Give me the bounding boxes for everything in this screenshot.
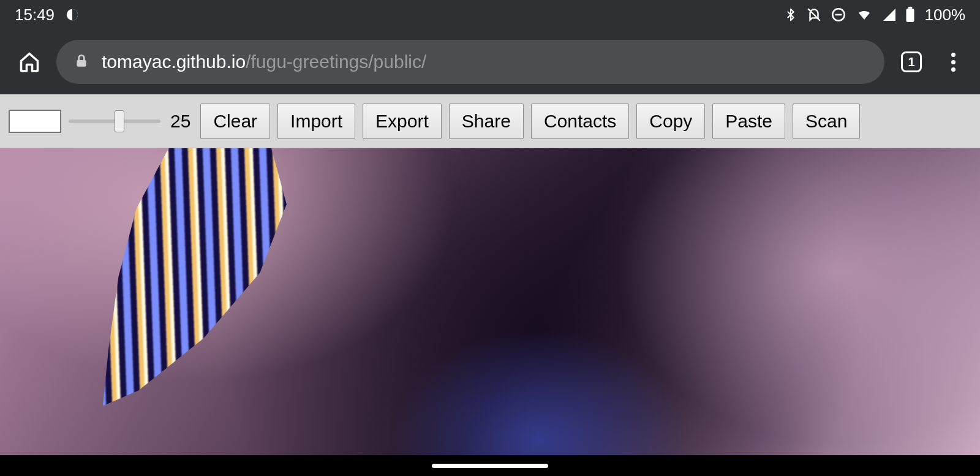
url-host: tomayac.github.io <box>102 51 246 72</box>
brush-size-value: 25 <box>170 111 190 132</box>
contacts-button[interactable]: Contacts <box>531 104 629 139</box>
lock-icon <box>74 51 89 72</box>
app-toolbar: 25 Clear Import Export Share Contacts Co… <box>0 94 980 148</box>
battery-icon <box>905 7 915 23</box>
svg-rect-6 <box>77 60 86 67</box>
cell-signal-icon <box>882 7 897 22</box>
svg-rect-5 <box>908 7 912 9</box>
clock-text: 15:49 <box>15 6 55 25</box>
gesture-handle[interactable] <box>432 464 548 468</box>
dnd-mute-icon <box>806 7 822 23</box>
drawing-canvas[interactable] <box>0 148 980 455</box>
canvas-image-content <box>36 148 332 448</box>
brush-size-slider[interactable] <box>69 113 160 130</box>
color-picker-swatch[interactable] <box>9 110 61 133</box>
battery-percent-text: 100% <box>925 6 966 25</box>
url-text: tomayac.github.io/fugu-greetings/public/ <box>102 51 426 72</box>
tab-switcher-button[interactable]: 1 <box>897 47 926 77</box>
chrome-toolbar: tomayac.github.io/fugu-greetings/public/… <box>0 29 980 94</box>
tab-count: 1 <box>908 55 914 69</box>
wifi-icon <box>855 7 873 22</box>
android-nav-bar <box>0 455 980 476</box>
share-button[interactable]: Share <box>449 104 524 139</box>
paste-button[interactable]: Paste <box>712 104 785 139</box>
omnibox[interactable]: tomayac.github.io/fugu-greetings/public/ <box>56 40 884 84</box>
scan-button[interactable]: Scan <box>793 104 860 139</box>
svg-rect-4 <box>906 9 914 22</box>
more-vert-icon <box>951 53 956 72</box>
overflow-menu-button[interactable] <box>938 47 968 77</box>
do-not-disturb-icon <box>831 7 846 23</box>
app-indicator-icon <box>66 8 79 21</box>
home-button[interactable] <box>15 47 44 77</box>
export-button[interactable]: Export <box>363 104 442 139</box>
url-path: /fugu-greetings/public/ <box>246 51 426 72</box>
android-status-bar: 15:49 100% <box>0 0 980 29</box>
copy-button[interactable]: Copy <box>636 104 705 139</box>
import-button[interactable]: Import <box>277 104 355 139</box>
clear-button[interactable]: Clear <box>200 104 270 139</box>
bluetooth-icon <box>784 7 797 23</box>
